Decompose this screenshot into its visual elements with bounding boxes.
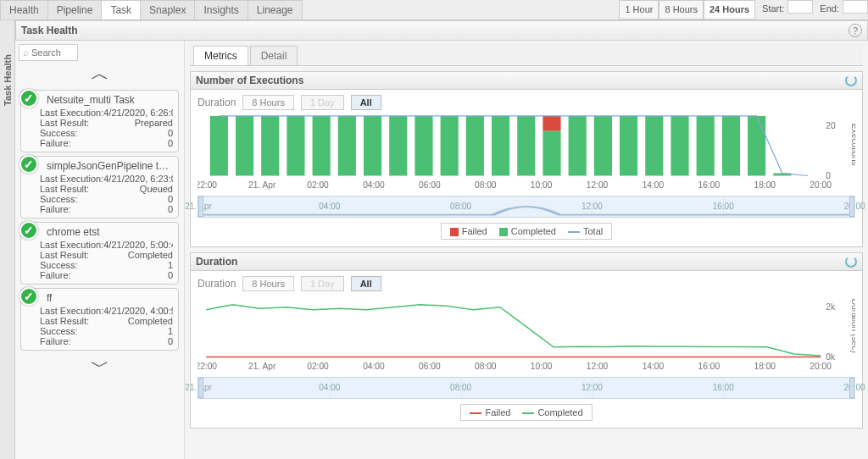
- nav-tab-lineage[interactable]: Lineage: [248, 0, 303, 19]
- svg-text:18:00: 18:00: [754, 362, 776, 371]
- task-card[interactable]: ✓ ff Last Execution:4/21/2020, 4:00:5… L…: [20, 288, 179, 351]
- nav-tab-pipeline[interactable]: Pipeline: [47, 0, 103, 19]
- svg-text:14:00: 14:00: [643, 362, 665, 371]
- svg-text:02:00: 02:00: [307, 180, 329, 190]
- legend-item: Failed: [470, 407, 510, 418]
- svg-rect-4: [313, 116, 331, 176]
- duration-panel: Duration Duration8 Hours1 DayAll 22:0021…: [190, 252, 863, 429]
- svg-rect-21: [722, 116, 740, 176]
- svg-rect-6: [364, 116, 381, 176]
- svg-rect-1: [236, 116, 253, 176]
- scroll-up-button[interactable]: ︿: [19, 61, 181, 86]
- svg-text:0: 0: [826, 171, 831, 180]
- svg-rect-8: [415, 116, 432, 176]
- duration-label: Duration: [198, 97, 236, 108]
- svg-rect-5: [338, 116, 356, 176]
- executions-panel-title: Number of Executions: [196, 75, 303, 86]
- task-name: chrome etst: [40, 226, 173, 238]
- duration-button-8-hours[interactable]: 8 Hours: [242, 95, 294, 110]
- svg-text:12:00: 12:00: [587, 180, 609, 190]
- svg-rect-3: [287, 116, 304, 176]
- legend-item: Total: [568, 226, 603, 236]
- section-title: Task Health: [21, 25, 77, 36]
- refresh-icon[interactable]: [845, 256, 857, 268]
- search-icon: ⌕: [23, 47, 29, 58]
- legend-item: Completed: [499, 226, 556, 236]
- svg-rect-12: [517, 116, 535, 176]
- svg-text:21. Apr: 21. Apr: [248, 362, 276, 371]
- svg-text:Executions: Executions: [850, 124, 855, 166]
- duration-legend: FailedCompleted: [460, 404, 592, 421]
- svg-text:04:00: 04:00: [363, 362, 385, 371]
- svg-rect-13: [542, 131, 560, 176]
- svg-text:06:00: 06:00: [419, 362, 441, 371]
- task-name: simpleJsonGenPipeline t…: [40, 160, 173, 172]
- executions-range-slider[interactable]: 21. Apr04:0008:0012:0016:0020:00: [198, 196, 855, 218]
- refresh-icon[interactable]: [845, 75, 857, 86]
- svg-text:20: 20: [826, 121, 836, 130]
- time-button-1-hour[interactable]: 1 Hour: [619, 0, 659, 19]
- right-pane: MetricsDetail Number of Executions Durat…: [185, 41, 868, 459]
- nav-tab-insights[interactable]: Insights: [194, 0, 248, 19]
- nav-tab-health[interactable]: Health: [0, 0, 48, 19]
- end-label: End:: [813, 0, 843, 19]
- duration-range-slider[interactable]: 21. Apr04:0008:0012:0016:0020:00: [198, 377, 855, 399]
- help-icon[interactable]: ?: [849, 24, 862, 37]
- time-button-8-hours[interactable]: 8 Hours: [659, 0, 704, 19]
- svg-rect-18: [645, 116, 663, 176]
- end-input[interactable]: [843, 0, 868, 14]
- executions-legend: FailedCompletedTotal: [441, 223, 612, 240]
- svg-text:06:00: 06:00: [419, 180, 441, 190]
- start-label: Start:: [755, 0, 787, 19]
- svg-text:10:00: 10:00: [531, 362, 553, 371]
- task-list-pane: ⌕ ︿ ✓ Netsuite_multi Task Last Execution…: [15, 41, 185, 459]
- side-rail-label: Task Health: [3, 54, 13, 106]
- task-card[interactable]: ✓ simpleJsonGenPipeline t… Last Executio…: [20, 156, 179, 218]
- svg-text:08:00: 08:00: [475, 362, 497, 371]
- svg-text:22:00: 22:00: [198, 180, 217, 190]
- svg-rect-16: [594, 116, 612, 176]
- subtabs: MetricsDetail: [190, 44, 863, 66]
- scroll-down-button[interactable]: ﹀: [19, 354, 181, 379]
- svg-text:10:00: 10:00: [531, 180, 553, 190]
- nav-tab-snaplex[interactable]: Snaplex: [140, 0, 195, 19]
- svg-text:02:00: 02:00: [307, 362, 329, 371]
- svg-rect-2: [261, 116, 279, 176]
- start-input[interactable]: [787, 0, 813, 14]
- svg-text:0k: 0k: [826, 352, 836, 362]
- status-ok-icon: ✓: [19, 89, 38, 108]
- top-nav: HealthPipelineTaskSnaplexInsightsLineage…: [0, 0, 868, 20]
- task-card[interactable]: ✓ chrome etst Last Execution:4/21/2020, …: [20, 222, 179, 285]
- task-card[interactable]: ✓ Netsuite_multi Task Last Execution:4/2…: [20, 90, 179, 152]
- duration-button-8-hours[interactable]: 8 Hours: [242, 276, 294, 291]
- svg-text:18:00: 18:00: [754, 180, 776, 190]
- svg-text:16:00: 16:00: [698, 180, 721, 190]
- svg-rect-11: [492, 116, 509, 176]
- duration-button-all[interactable]: All: [351, 276, 381, 291]
- executions-panel: Number of Executions Duration8 Hours1 Da…: [190, 71, 863, 247]
- duration-button-1-day: 1 Day: [301, 276, 344, 291]
- subtab-metrics[interactable]: Metrics: [193, 46, 248, 65]
- duration-panel-title: Duration: [196, 256, 237, 268]
- duration-button-1-day: 1 Day: [301, 95, 344, 110]
- time-button-24-hours[interactable]: 24 Hours: [704, 0, 755, 19]
- svg-text:20:00: 20:00: [810, 362, 832, 371]
- subtab-detail[interactable]: Detail: [250, 46, 298, 65]
- svg-text:2k: 2k: [826, 302, 836, 312]
- status-ok-icon: ✓: [19, 155, 38, 174]
- duration-button-all[interactable]: All: [351, 95, 381, 110]
- search-input[interactable]: [31, 47, 70, 58]
- svg-text:20:00: 20:00: [810, 180, 832, 190]
- side-rail[interactable]: Task Health: [0, 20, 15, 459]
- search-box[interactable]: ⌕: [19, 44, 78, 61]
- executions-chart[interactable]: 22:0021. Apr02:0004:0006:0008:0010:0012:…: [198, 113, 855, 191]
- legend-item: Completed: [522, 407, 582, 418]
- nav-tab-task[interactable]: Task: [101, 0, 141, 19]
- svg-rect-14: [542, 116, 560, 131]
- svg-text:16:00: 16:00: [698, 362, 721, 371]
- svg-text:22:00: 22:00: [198, 362, 217, 371]
- legend-item: Failed: [450, 226, 487, 236]
- svg-text:04:00: 04:00: [363, 180, 385, 190]
- duration-chart[interactable]: 22:0021. Apr02:0004:0006:0008:0010:0012:…: [198, 295, 855, 373]
- task-name: ff: [40, 292, 173, 304]
